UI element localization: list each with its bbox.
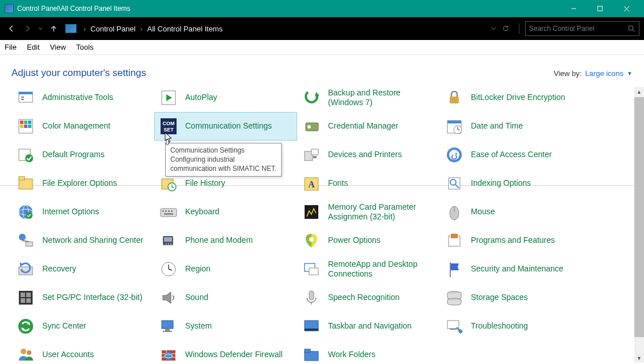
svg-rect-54 (165, 210, 167, 212)
chevron-right-icon[interactable]: › (138, 25, 145, 33)
forward-button[interactable] (21, 22, 34, 35)
up-button[interactable] (47, 22, 61, 35)
control-panel-item[interactable]: Phone and Modem (154, 226, 297, 255)
control-panel-item[interactable]: Credential Manager (297, 112, 440, 141)
taskbar-icon (302, 317, 321, 336)
control-panel-item[interactable]: Date and Time (440, 112, 583, 141)
filehist-icon (159, 174, 178, 193)
svg-rect-27 (447, 121, 461, 123)
search-box[interactable] (525, 21, 639, 36)
control-panel-item[interactable]: Troubleshooting (440, 312, 583, 341)
svg-point-37 (449, 150, 459, 160)
path-icon (65, 24, 77, 33)
control-panel-item[interactable]: Sync Center (11, 312, 154, 341)
svg-rect-8 (21, 97, 24, 98)
item-label: Devices and Printers (328, 150, 402, 160)
minimize-button[interactable] (561, 0, 587, 17)
control-panel-item[interactable]: Indexing Options (440, 169, 583, 198)
svg-point-107 (165, 352, 173, 360)
control-panel-item[interactable]: Work Folders (297, 341, 440, 363)
item-label: Ease of Access Center (471, 150, 552, 160)
control-panel-item[interactable]: Mouse (440, 198, 583, 226)
control-panel-item[interactable]: File Explorer Options (11, 169, 154, 198)
control-panel-item[interactable]: RemoteApp and Desktop Connections (297, 255, 440, 283)
svg-marker-73 (20, 262, 23, 267)
control-panel-item[interactable]: Default Programs (11, 141, 154, 169)
vertical-scrollbar[interactable]: ▲ ▼ (634, 87, 644, 363)
page-title: Adjust your computer's settings (11, 67, 146, 79)
breadcrumb-control-panel[interactable]: Control Panel (90, 25, 135, 33)
breadcrumb-all-items[interactable]: All Control Panel Items (147, 25, 222, 33)
close-button[interactable] (613, 0, 639, 17)
control-panel-item[interactable]: COMSETCommunication Settings (154, 112, 297, 141)
svg-rect-17 (28, 121, 31, 124)
back-button[interactable] (5, 22, 18, 35)
menu-file[interactable]: File (5, 43, 17, 51)
internet-icon (16, 202, 35, 222)
viewby: View by: Large icons ▼ (554, 69, 633, 78)
control-panel-item[interactable]: Recovery (11, 255, 154, 283)
search-input[interactable] (529, 25, 626, 33)
breadcrumb[interactable]: › Control Panel › All Control Panel Item… (63, 24, 489, 33)
control-panel-item[interactable]: Devices and Printers (297, 141, 440, 169)
control-panel-item[interactable]: Ease of Access Center (440, 141, 583, 169)
maximize-button[interactable] (587, 0, 613, 17)
network-icon (16, 231, 35, 250)
scroll-up-button[interactable]: ▲ (634, 87, 644, 97)
sound-icon (159, 288, 178, 307)
control-panel-item[interactable]: Programs and Features (440, 226, 583, 255)
devices-icon (302, 145, 321, 165)
control-panel-item[interactable]: Sound (154, 283, 297, 312)
control-panel-item[interactable]: AFonts (297, 169, 440, 198)
grid-container: Administrative ToolsAutoPlayBackup and R… (0, 87, 644, 363)
control-panel-item[interactable]: Region (154, 255, 297, 283)
control-panel-item[interactable]: AutoPlay (154, 87, 297, 112)
item-label: BitLocker Drive Encryption (471, 93, 565, 103)
menu-view[interactable]: View (50, 43, 66, 51)
menu-tools[interactable]: Tools (76, 43, 93, 51)
control-panel-item[interactable]: Memory Card Parameter Assignmen (32-bit) (297, 198, 440, 226)
memory-icon (302, 202, 321, 222)
svg-rect-82 (26, 293, 31, 297)
control-panel-item[interactable]: Taskbar and Navigation (297, 312, 440, 341)
window-title: Control Panel\All Control Panel Items (17, 5, 130, 13)
keyboard-icon (159, 202, 178, 222)
scroll-down-button[interactable]: ▼ (634, 353, 644, 363)
control-panel-item[interactable]: Set PG/PC Interface (32-bit) (11, 283, 154, 312)
control-panel-item[interactable]: Windows Defender Firewall (154, 341, 297, 363)
control-panel-item[interactable]: Color Management (11, 112, 154, 141)
control-panel-item[interactable]: Backup and Restore (Windows 7) (297, 87, 440, 112)
control-panel-item[interactable]: System (154, 312, 297, 341)
chevron-down-icon[interactable]: ▼ (627, 70, 633, 77)
recent-locations-button[interactable] (37, 22, 45, 35)
viewby-value[interactable]: Large icons (585, 69, 623, 78)
control-panel-item[interactable]: BitLocker Drive Encryption (440, 87, 583, 112)
trouble-icon (445, 317, 464, 336)
control-panel-item[interactable]: Storage Spaces (440, 283, 583, 312)
menu-edit[interactable]: Edit (27, 43, 39, 51)
svg-rect-110 (305, 349, 310, 353)
control-panel-item[interactable]: Network and Sharing Center (11, 226, 154, 255)
titlebar: Control Panel\All Control Panel Items (0, 0, 644, 17)
admin-icon (16, 88, 35, 107)
svg-point-25 (307, 125, 311, 129)
default-icon (16, 145, 35, 165)
control-panel-item[interactable]: Administrative Tools (11, 87, 154, 112)
scrollbar-thumb[interactable] (634, 97, 644, 337)
control-panel-item[interactable]: Keyboard (154, 198, 297, 226)
control-panel-item[interactable]: Internet Options (11, 198, 154, 226)
svg-rect-92 (162, 321, 173, 329)
control-panel-item[interactable]: User Accounts (11, 341, 154, 363)
color-icon (16, 117, 35, 136)
item-label: AutoPlay (185, 93, 217, 103)
svg-rect-19 (24, 125, 27, 128)
control-panel-item[interactable]: Speech Recognition (297, 283, 440, 312)
refresh-icon[interactable] (502, 25, 510, 33)
control-panel-item[interactable]: Security and Maintenance (440, 255, 583, 283)
control-panel-item[interactable]: Power Options (297, 226, 440, 255)
chevron-right-icon[interactable]: › (81, 25, 88, 33)
item-label: Speech Recognition (328, 293, 399, 303)
item-label: System (185, 321, 212, 331)
power-icon (302, 231, 321, 250)
chevron-down-icon[interactable] (491, 26, 496, 31)
